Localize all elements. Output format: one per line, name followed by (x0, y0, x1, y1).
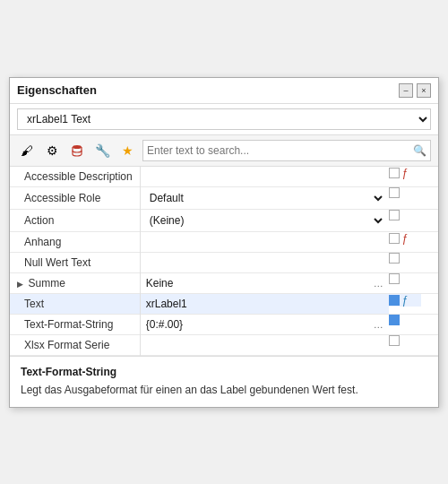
prop-label: Null Wert Text (24, 256, 90, 269)
prop-label: Summe (29, 277, 65, 290)
prop-checkbox[interactable] (389, 210, 400, 220)
prop-name-cell: Xlsx Format Serie (10, 334, 140, 355)
object-selector-bar: xrLabel1 Text (10, 104, 438, 135)
prop-name-cell: Anhang (10, 231, 140, 252)
prop-input[interactable] (144, 275, 369, 291)
prop-side-cell (389, 253, 421, 264)
brush-icon[interactable]: 🖌 (17, 141, 37, 160)
prop-name-cell: Accessible Role (10, 186, 140, 209)
prop-flag-icon[interactable]: ƒ (402, 232, 409, 245)
table-row: Accessible Descriptionƒ (10, 167, 438, 187)
prop-checkbox[interactable] (389, 253, 400, 264)
prop-checkbox[interactable] (389, 168, 400, 178)
table-row: Action(Keine) (10, 209, 438, 231)
prop-side-cell (389, 315, 421, 325)
minimize-button[interactable]: – (399, 83, 413, 98)
prop-name-cell: Action (10, 209, 140, 231)
prop-value (140, 252, 388, 272)
prop-name-cell: ▶ Summe (10, 272, 140, 293)
properties-table: Accessible DescriptionƒAccessible RoleDe… (10, 167, 438, 356)
prop-flag-icon[interactable]: ƒ (402, 167, 409, 179)
table-row: Anhangƒ (10, 231, 438, 252)
table-row: Null Wert Text (10, 252, 438, 272)
prop-label: Accessible Role (24, 192, 100, 204)
title-bar: Eigenschaften – × (10, 78, 438, 104)
toolbar: 🖌 ⚙ 🔧 ★ 🔍 (10, 135, 438, 167)
prop-value (140, 231, 388, 252)
description-area: Text-Format-String Legt das Ausgabeforma… (10, 356, 438, 407)
prop-input[interactable] (144, 337, 385, 353)
prop-checkbox[interactable] (389, 233, 400, 244)
prop-side-cell (389, 273, 421, 284)
prop-value: (Keine) (140, 209, 388, 231)
description-title: Text-Format-String (21, 366, 427, 378)
prop-value (140, 334, 388, 355)
expand-arrow-icon[interactable]: ▶ (17, 280, 26, 289)
window-controls: – × (399, 83, 431, 98)
ellipsis-button[interactable]: … (372, 278, 385, 289)
prop-label: Accessible Description (24, 170, 133, 183)
prop-label: Anhang (24, 236, 61, 248)
window-title: Eigenschaften (17, 83, 97, 97)
prop-checkbox[interactable] (389, 335, 400, 346)
table-row: Accessible RoleDefault (10, 186, 438, 209)
prop-input[interactable] (144, 169, 385, 185)
prop-label: Text (24, 298, 44, 310)
prop-side-cell: ƒ (389, 167, 421, 179)
prop-name-cell: Text (10, 293, 140, 314)
svg-point-0 (73, 145, 82, 149)
table-row: Text-Format-String… (10, 314, 438, 334)
prop-label: Action (24, 214, 54, 227)
prop-value: … (140, 272, 388, 293)
prop-label: Text-Format-String (24, 318, 113, 331)
gear-icon[interactable]: ⚙ (42, 141, 62, 160)
prop-value (140, 167, 388, 187)
prop-side-cell: ƒ (389, 294, 421, 307)
prop-input[interactable] (144, 255, 385, 271)
properties-window: Eigenschaften – × xrLabel1 Text 🖌 ⚙ 🔧 ★ … (9, 77, 439, 408)
prop-checkbox[interactable] (389, 315, 400, 325)
prop-name-cell: Accessible Description (10, 167, 140, 187)
close-button[interactable]: × (417, 83, 431, 98)
table-row: ▶ Summe… (10, 272, 438, 293)
prop-value (140, 293, 388, 314)
table-row: Textƒ (10, 293, 438, 314)
prop-flag-icon[interactable]: ƒ (402, 294, 409, 307)
prop-label: Xlsx Format Serie (24, 339, 109, 351)
database-icon[interactable] (67, 141, 87, 160)
prop-select[interactable]: Default (144, 189, 385, 207)
search-box: 🔍 (142, 140, 431, 161)
description-text: Legt das Ausgabeformat für einen an das … (21, 382, 427, 398)
prop-checkbox[interactable] (389, 273, 400, 284)
search-input[interactable] (147, 144, 413, 157)
ellipsis-button[interactable]: … (372, 319, 385, 330)
prop-select[interactable]: (Keine) (144, 212, 385, 229)
prop-side-cell (389, 335, 421, 346)
prop-name-cell: Text-Format-String (10, 314, 140, 334)
prop-input[interactable] (144, 234, 385, 250)
prop-input[interactable] (144, 316, 369, 333)
prop-checkbox[interactable] (389, 295, 400, 306)
prop-side-cell (389, 187, 421, 198)
prop-value: Default (140, 186, 388, 209)
object-selector[interactable]: xrLabel1 Text (17, 108, 431, 130)
prop-checkbox[interactable] (389, 187, 400, 198)
prop-side-cell: ƒ (389, 232, 421, 245)
search-icon: 🔍 (413, 144, 426, 157)
prop-input[interactable] (144, 296, 385, 312)
wrench-icon[interactable]: 🔧 (92, 141, 112, 160)
prop-side-cell (389, 210, 421, 220)
star-icon[interactable]: ★ (117, 141, 137, 160)
prop-name-cell: Null Wert Text (10, 252, 140, 272)
table-row: Xlsx Format Serie (10, 334, 438, 355)
prop-value: … (140, 314, 388, 334)
